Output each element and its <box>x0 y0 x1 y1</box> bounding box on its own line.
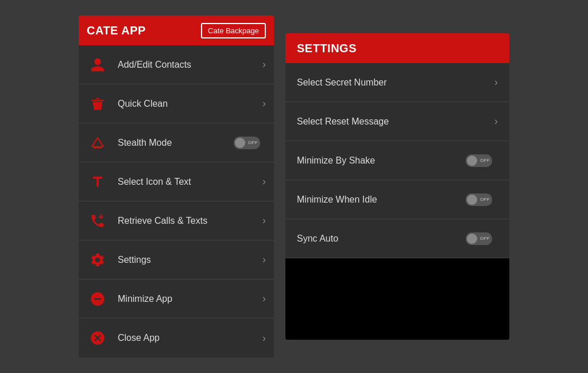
right-menu-item-select-reset-message[interactable]: Select Reset Message › <box>285 102 509 141</box>
menu-label-retrieve-calls-texts: Retrieve Calls & Texts <box>118 216 262 226</box>
text-icon <box>87 171 109 193</box>
gear-icon <box>87 249 109 271</box>
black-area <box>285 258 509 340</box>
menu-item-quick-clean[interactable]: Quick Clean › <box>79 84 274 123</box>
right-menu-label-select-secret-number: Select Secret Number <box>297 77 494 88</box>
menu-label-close-app: Close App <box>118 333 262 343</box>
close-circle-icon <box>87 327 109 349</box>
right-menu-item-minimize-by-shake[interactable]: Minimize By Shake <box>285 141 509 180</box>
right-menu-item-minimize-when-idle[interactable]: Minimize When Idle <box>285 180 509 219</box>
menu-label-settings: Settings <box>118 255 262 265</box>
menu-item-settings[interactable]: Settings › <box>79 240 274 279</box>
menu-label-minimize-app: Minimize App <box>118 294 262 304</box>
chevron-icon: › <box>262 293 266 305</box>
menu-label-select-icon-text: Select Icon & Text <box>118 177 262 187</box>
settings-header: SETTINGS <box>285 33 509 63</box>
menu-label-stealth-mode: Stealth Mode <box>118 138 234 148</box>
menu-item-add-edit-contacts[interactable]: Add/Edit Contacts › <box>79 45 274 84</box>
sync-auto-toggle[interactable] <box>466 232 492 245</box>
right-menu-item-select-secret-number[interactable]: Select Secret Number › <box>285 63 509 102</box>
minimize-by-shake-toggle[interactable] <box>466 154 492 167</box>
chevron-icon: › <box>262 215 266 227</box>
chevron-icon: › <box>262 176 266 188</box>
menu-item-close-app[interactable]: Close App › <box>79 318 274 358</box>
chevron-icon: › <box>494 115 498 127</box>
phone-icon <box>87 210 109 232</box>
left-panel-title: CATE APP <box>87 24 146 37</box>
menu-label-add-edit-contacts: Add/Edit Contacts <box>118 60 262 70</box>
person-icon <box>87 54 109 76</box>
stealth-mode-toggle[interactable] <box>234 137 260 149</box>
chevron-icon: › <box>262 98 266 110</box>
menu-label-quick-clean: Quick Clean <box>118 99 262 109</box>
trash-icon <box>87 93 109 115</box>
chevron-icon: › <box>262 254 266 266</box>
minimize-when-idle-toggle[interactable] <box>466 193 492 206</box>
right-menu-label-sync-auto: Sync Auto <box>297 234 466 244</box>
right-panel: SETTINGS Select Secret Number › Select R… <box>285 33 509 340</box>
chevron-icon: › <box>494 76 498 88</box>
menu-item-minimize-app[interactable]: Minimize App › <box>79 279 274 318</box>
settings-title: SETTINGS <box>297 42 357 55</box>
chevron-icon: › <box>262 332 266 344</box>
right-menu-label-select-reset-message: Select Reset Message <box>297 116 494 127</box>
hat-icon <box>87 132 109 154</box>
left-panel-header: CATE APP Cate Backpage <box>79 15 274 45</box>
menu-item-stealth-mode[interactable]: Stealth Mode <box>79 123 274 162</box>
menu-item-retrieve-calls-texts[interactable]: Retrieve Calls & Texts › <box>79 201 274 240</box>
menu-item-select-icon-text[interactable]: Select Icon & Text › <box>79 162 274 201</box>
left-panel: CATE APP Cate Backpage Add/Edit Contacts… <box>79 15 274 358</box>
right-menu-label-minimize-when-idle: Minimize When Idle <box>297 195 466 205</box>
right-menu-label-minimize-by-shake: Minimize By Shake <box>297 156 466 166</box>
minus-circle-icon <box>87 288 109 310</box>
chevron-icon: › <box>262 59 266 71</box>
backpage-button[interactable]: Cate Backpage <box>201 23 266 38</box>
right-menu-item-sync-auto[interactable]: Sync Auto <box>285 219 509 258</box>
